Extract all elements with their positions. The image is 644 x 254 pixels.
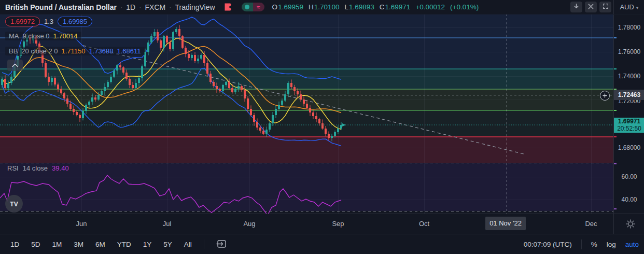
bb-basis-value: 1.71150	[61, 47, 85, 55]
close-panel-button[interactable]	[585, 2, 597, 12]
collapse-legend-button[interactable]	[7, 60, 23, 71]
bar-countdown: 20:52:50	[614, 125, 644, 132]
axis-price-label: 40.00	[614, 195, 644, 204]
fullscreen-frame-icon	[602, 3, 609, 11]
add-alert-plus-icon[interactable]	[600, 91, 610, 101]
alert-price-low-label[interactable]: 1.69972	[5, 17, 40, 26]
range-button-6m[interactable]: 6M	[95, 241, 105, 248]
axis-price-label: 1.68000	[614, 144, 644, 152]
toolbar-divider	[581, 239, 582, 249]
fullscreen-button[interactable]	[599, 2, 611, 12]
axis-color-tick	[614, 208, 617, 209]
bb-upper-value: 1.73688	[89, 47, 113, 55]
auto-scale-button[interactable]: auto	[625, 241, 639, 248]
sun-icon	[625, 223, 636, 231]
range-button-1m[interactable]: 1M	[52, 241, 62, 248]
rsi-value: 39.40	[52, 164, 69, 172]
market-status-dot-icon	[242, 3, 253, 11]
log-scale-button[interactable]: log	[607, 241, 616, 248]
range-button-ytd[interactable]: YTD	[117, 241, 131, 248]
rsi-legend-row[interactable]: RSI 14 close 39.40	[7, 164, 69, 172]
bb-legend-row[interactable]: BB 20 close 2 0 1.71150 1.73688 1.68611	[5, 47, 145, 55]
tradingview-chart-window: British Pound / Australian Dollar · 1D ·…	[0, 0, 644, 254]
month-label: Sep	[332, 220, 344, 228]
axis-color-tick	[614, 110, 617, 111]
axis-divider	[613, 214, 614, 234]
month-label: Jun	[76, 220, 87, 228]
approx-icon: ≈	[253, 3, 264, 11]
axis-color-tick	[614, 37, 617, 38]
percent-scale-button[interactable]: %	[591, 241, 597, 248]
platform-label: TradingView	[175, 3, 215, 11]
close-x-icon	[587, 3, 594, 11]
axis-price-label: 1.74000	[614, 72, 644, 80]
axis-price-label: 60.00	[614, 173, 644, 181]
ohlc-readout: O1.69959 H1.70100 L1.69893 C1.69971 +0.0…	[272, 3, 479, 11]
crosshair-price-label: 1.72463	[614, 90, 644, 100]
month-label: Dec	[585, 220, 597, 228]
axis-color-tick	[614, 163, 617, 164]
exchange-label: FXCM	[145, 3, 166, 11]
chart-header: British Pound / Australian Dollar · 1D ·…	[0, 0, 644, 15]
range-button-3m[interactable]: 3M	[74, 241, 83, 248]
spread-value: 1.3	[44, 18, 53, 25]
close-label: C	[380, 3, 385, 11]
change-percent: (+0.01%)	[450, 3, 479, 11]
time-axis[interactable]: JunJulAugSepOctDec 01 Nov '22	[0, 214, 644, 234]
symbol-title[interactable]: British Pound / Australian Dollar	[5, 3, 117, 11]
header-buttons	[570, 2, 611, 12]
zone-highlights	[0, 14, 613, 211]
axis-price-label: 1.76000	[614, 48, 644, 56]
arrow-down-icon	[572, 3, 580, 12]
last-price-value: 1.69971	[614, 118, 644, 125]
month-label: Aug	[243, 220, 255, 228]
crosshair-date-label: 01 Nov '22	[485, 217, 526, 230]
axis-price-label: 1.78000	[614, 23, 644, 32]
bb-lower-value: 1.68611	[117, 47, 141, 55]
range-button-1y[interactable]: 1Y	[143, 241, 152, 248]
open-label: O	[272, 3, 278, 11]
axis-settings-button[interactable]	[625, 218, 636, 231]
price-axis[interactable]: AUD ▾ 1.780001.760001.740001.720001.6800…	[613, 0, 644, 214]
open-value: 1.69959	[278, 3, 303, 11]
symbol-info: British Pound / Australian Dollar · 1D ·…	[0, 3, 264, 11]
calendar-arrow-icon	[216, 239, 227, 250]
rsi-params: 14 close	[23, 164, 48, 172]
bb-name: BB	[9, 47, 18, 55]
separator-dot: ·	[169, 3, 171, 11]
ma-legend-row[interactable]: MA 9 close 0 1.70014	[5, 32, 81, 40]
range-button-5d[interactable]: 5D	[31, 241, 40, 248]
timeframe-label[interactable]: 1D	[126, 3, 135, 11]
screenshot-download-button[interactable]	[570, 2, 582, 12]
month-label: Oct	[419, 220, 429, 228]
range-button-all[interactable]: All	[184, 241, 192, 248]
last-price-label: 1.69971 20:52:50	[614, 118, 644, 133]
symbol-logo-icon	[223, 3, 232, 11]
separator-dot: ·	[139, 3, 141, 11]
ma-name: MA	[9, 32, 19, 40]
bb-params: 20 close 2 0	[21, 47, 58, 55]
change-value: +0.00012	[415, 3, 445, 11]
alert-price-row: 1.69972 1.3 1.69985	[5, 17, 92, 26]
chevron-up-icon	[11, 62, 19, 69]
month-label: Jul	[163, 220, 172, 228]
status-pill[interactable]: ≈	[242, 3, 264, 11]
alert-price-high-label[interactable]: 1.69985	[58, 17, 92, 26]
range-buttons: 1D5D1M3M6MYTD1Y5YAll	[0, 239, 227, 250]
rsi-name: RSI	[7, 164, 19, 172]
price-chart-canvas[interactable]: TV	[0, 14, 613, 214]
range-button-1d[interactable]: 1D	[10, 241, 19, 248]
toolbar-divider	[204, 239, 204, 249]
low-value: 1.69893	[349, 3, 374, 11]
axis-color-tick	[614, 136, 617, 137]
range-button-5y[interactable]: 5Y	[163, 241, 172, 248]
close-value: 1.69971	[385, 3, 411, 11]
separator-dot: ·	[120, 3, 122, 11]
low-label: L	[345, 3, 349, 11]
high-value: 1.70100	[314, 3, 340, 11]
clock: 00:07:09 (UTC)	[524, 241, 572, 248]
ma-params: 9 close 0	[23, 32, 50, 40]
axis-color-tick	[614, 68, 617, 69]
high-label: H	[309, 3, 314, 11]
go-to-date-button[interactable]	[216, 239, 227, 250]
